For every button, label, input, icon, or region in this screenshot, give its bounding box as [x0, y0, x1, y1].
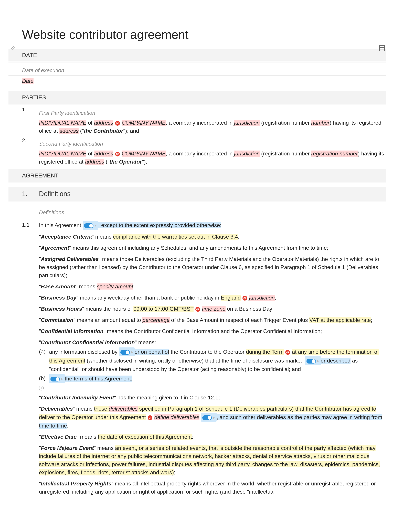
sublist-item-a: (a) any information disclosed by or on b… — [39, 348, 386, 373]
party-1-label: First Party identification — [39, 109, 386, 117]
add-item-icon[interactable] — [39, 386, 44, 390]
divider — [8, 182, 386, 183]
party-2-label: Second Party identification — [39, 140, 386, 148]
list-marker: 1. — [22, 106, 39, 135]
def-commission: "Commission" means an amount equal to pe… — [39, 316, 386, 324]
def-business-hours: "Business Hours" means the hours of 09:0… — [39, 305, 386, 313]
def-deliverables: "Deliverables" means those deliverables … — [39, 405, 386, 430]
def-contributor-confidential: "Contributor Confidential Information" m… — [39, 338, 386, 390]
agreement-header: AGREEMENT — [8, 169, 386, 182]
divider — [8, 201, 386, 202]
or-badge[interactable]: or — [242, 296, 247, 301]
list-marker: 1.1 — [22, 221, 39, 496]
def-confidential-info: "Confidential Information" means the Con… — [39, 327, 386, 335]
or-badge[interactable]: or — [115, 152, 120, 157]
toggle-control[interactable] — [305, 356, 321, 365]
or-badge[interactable]: or — [285, 350, 290, 355]
document-page: Website contributor agreement DATE Date … — [8, 25, 386, 496]
def-acceptance-criteria: "Acceptance Criteria" means compliance w… — [39, 233, 386, 241]
outline-icon[interactable] — [378, 44, 386, 52]
def-contributor-indemnity: "Contributor Indemnity Event" has the me… — [39, 393, 386, 402]
or-badge[interactable]: or — [195, 307, 200, 312]
definitions-header: 1. Definitions — [8, 187, 386, 201]
or-badge[interactable]: or — [115, 121, 120, 126]
sublist-item-b: (b) the terms of this Agreement; — [39, 374, 386, 383]
edit-icon[interactable] — [10, 46, 15, 53]
divider — [8, 62, 386, 63]
definitions-label: Definitions — [39, 208, 386, 216]
page-title: Website contributor agreement — [22, 25, 386, 44]
date-header: DATE — [8, 49, 386, 62]
def-business-day: "Business Day" means any weekday other t… — [39, 294, 386, 302]
toggle-control[interactable] — [49, 374, 65, 383]
or-badge[interactable]: or — [148, 415, 152, 420]
date-value[interactable]: Date — [8, 75, 386, 88]
def-agreement: "Agreement" means this agreement includi… — [39, 244, 386, 252]
party-1: 1. First Party identification INDIVIDUAL… — [22, 106, 386, 135]
toggle-control[interactable] — [201, 413, 217, 422]
divider — [8, 104, 386, 105]
toggle-control[interactable] — [119, 348, 135, 356]
def-force-majeure: "Force Majeure Event" means an event, or… — [39, 444, 386, 476]
party-2: 2. Second Party identification INDIVIDUA… — [22, 136, 386, 166]
def-ipr: "Intellectual Property Rights" means all… — [39, 480, 386, 496]
list-marker: 2. — [22, 136, 39, 166]
toggle-control[interactable] — [83, 221, 98, 230]
parties-header: PARTIES — [8, 91, 386, 104]
party-1-text: INDIVIDUAL NAME of address or COMPANY NA… — [39, 119, 386, 135]
def-base-amount: "Base Amount" means specify amount; — [39, 282, 386, 291]
party-2-text: INDIVIDUAL NAME of address or COMPANY NA… — [39, 150, 386, 166]
def-assigned-deliverables: "Assigned Deliverables" means those Deli… — [39, 255, 386, 279]
def-intro: 1.1 In this Agreement , except to the ex… — [22, 221, 386, 496]
def-effective-date: "Effective Date" means the date of execu… — [39, 433, 386, 441]
date-label: Date of execution — [8, 63, 386, 75]
